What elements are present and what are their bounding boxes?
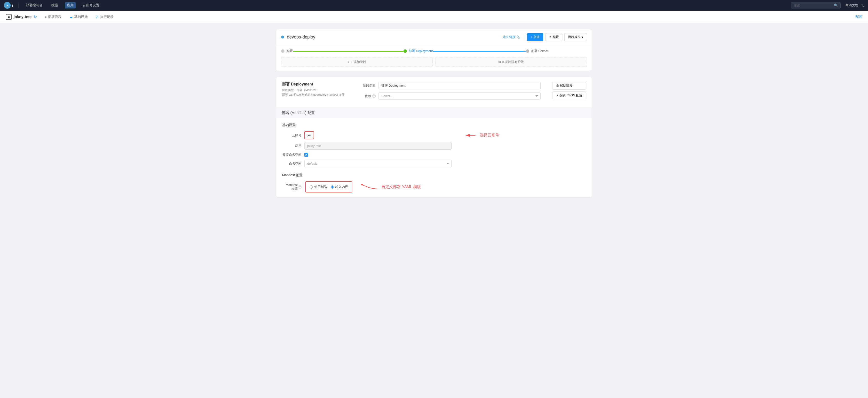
- plus-icon: +: [347, 60, 349, 64]
- sub-nav: ▣ jokey-test ↻ ≡ 部署流程 ☁ 基础设施 ☑ 执行记录 配置: [0, 11, 868, 23]
- nav-item-app[interactable]: 应用: [65, 2, 75, 8]
- exec-records-label: 执行记录: [100, 15, 114, 19]
- sub-nav-deploy-flow[interactable]: ≡ 部署流程: [44, 14, 62, 20]
- radio-product-option[interactable]: 使用制品: [310, 185, 327, 189]
- radio-product[interactable]: [310, 186, 313, 189]
- arrow-icon: [463, 132, 478, 138]
- manifest-source-row: Manifest 来源 ? 使用制品 输入内容: [282, 181, 586, 193]
- stage-name-input[interactable]: [378, 82, 540, 89]
- exec-records-icon: ☑: [95, 15, 99, 19]
- stage-name-label: 阶段名称: [356, 84, 376, 88]
- step-dot-service: [526, 49, 529, 53]
- stage-name-row: 阶段名称: [356, 82, 540, 89]
- manifest-body: 基础设置 云账号 joi: [276, 118, 592, 197]
- infrastructure-label: 基础设施: [74, 15, 88, 19]
- app-name: jokey-test: [13, 15, 32, 19]
- pipeline-status-icon: [281, 36, 284, 38]
- pipeline-header: devops-deploy 永久链接 📎 + 创建 ✦ 配置 流程操作 ▾: [276, 29, 592, 45]
- override-namespace-row: 覆盖命名空间: [282, 153, 452, 157]
- pipeline-steps: 配置 部署 Deployment 部署 Service: [276, 45, 592, 57]
- brand: ☁ j: [4, 2, 13, 9]
- step-node-config: 配置: [281, 49, 293, 53]
- step-segment-3: 部署 Service: [526, 49, 587, 53]
- nav-divider: |: [18, 3, 19, 8]
- manifest-annotation: 自定义部署 YAML 模版: [360, 183, 421, 191]
- depends-row: 依赖 ? Select...: [356, 92, 540, 100]
- manifest-annotation-text: 自定义部署 YAML 模版: [381, 185, 421, 190]
- step-segment-1: 配置: [281, 49, 403, 53]
- stage-actions: 🗑 移除阶段 ✦ 编辑 JSON 配置: [552, 82, 586, 99]
- app-label: 应用: [282, 144, 302, 148]
- manifest-source-label: Manifest 来源 ?: [282, 183, 302, 191]
- nav-right: 帮助文档 jc: [845, 3, 864, 7]
- brand-icon: ☁: [4, 2, 11, 9]
- stage-title: 部署 Deployment: [282, 82, 345, 87]
- radio-input-option[interactable]: 输入内容: [331, 185, 348, 189]
- add-stage-button[interactable]: + + 添加阶段: [281, 57, 433, 67]
- create-button[interactable]: + 创建: [527, 33, 543, 41]
- stage-config-header: 部署 Deployment 阶段类型：部署（Manifest） 部署 yaml/…: [276, 77, 592, 107]
- add-stage-row: + + 添加阶段 ⧉ ⧉ 复制现有阶段: [276, 57, 592, 71]
- search-input[interactable]: [794, 4, 832, 7]
- step-node-deployment: 部署 Deployment: [403, 49, 433, 53]
- app-icon: ▣: [6, 14, 12, 20]
- manifest-source-help-icon[interactable]: ?: [299, 185, 302, 189]
- step-label-service: 部署 Service: [531, 49, 549, 53]
- step-label-deployment: 部署 Deployment: [409, 49, 433, 53]
- process-button[interactable]: 流程操作 ▾: [564, 33, 587, 41]
- pipeline-title: devops-deploy: [287, 35, 315, 40]
- stage-form: 阶段名称 依赖 ? Select...: [356, 82, 540, 103]
- namespace-label: 命名空间: [282, 162, 302, 166]
- config-button[interactable]: ✦ 配置: [545, 33, 562, 41]
- search-icon: 🔍: [834, 3, 838, 7]
- nav-item-search[interactable]: 搜索: [50, 2, 60, 8]
- namespace-select[interactable]: default: [304, 160, 452, 167]
- connector-line-1: [293, 51, 403, 52]
- depends-help-icon[interactable]: ?: [372, 94, 376, 98]
- manifest-section-title: 部署 (Manifest) 配置: [282, 111, 315, 115]
- step-dot-config: [281, 49, 284, 53]
- cloud-annotation: 选择云账号: [463, 132, 499, 138]
- depends-label: 依赖 ?: [356, 94, 376, 98]
- manifest-config-title: Manifest 配置: [282, 173, 586, 177]
- copy-stage-label: ⧉ 复制现有阶段: [502, 60, 524, 64]
- sub-nav-exec-records[interactable]: ☑ 执行记录: [95, 14, 114, 20]
- nav-item-console[interactable]: 部署控制台: [24, 2, 44, 8]
- sub-nav-infrastructure[interactable]: ☁ 基础设施: [69, 14, 88, 20]
- edit-json-button[interactable]: ✦ 编辑 JSON 配置: [552, 92, 586, 99]
- stage-config-card: 部署 Deployment 阶段类型：部署（Manifest） 部署 yaml/…: [276, 77, 592, 198]
- deploy-flow-icon: ≡: [44, 15, 46, 19]
- manifest-source-box: 使用制品 输入内容: [305, 181, 352, 193]
- depends-select[interactable]: Select...: [378, 92, 540, 100]
- pipeline-card: devops-deploy 永久链接 📎 + 创建 ✦ 配置 流程操作 ▾ 配置: [276, 29, 592, 71]
- cloud-account-select[interactable]: joi: [304, 131, 314, 139]
- main-content: devops-deploy 永久链接 📎 + 创建 ✦ 配置 流程操作 ▾ 配置: [265, 23, 603, 203]
- override-namespace-checkbox[interactable]: [304, 153, 308, 157]
- manifest-section: 部署 (Manifest) 配置 基础设置 云账号 joi: [276, 107, 592, 197]
- step-segment-2: 部署 Deployment: [403, 49, 526, 53]
- config-link[interactable]: 配置: [856, 15, 862, 19]
- step-label-config: 配置: [286, 49, 293, 53]
- dropdown-icon: ▾: [582, 35, 583, 39]
- stage-type: 阶段类型：部署（Manifest）: [282, 88, 345, 93]
- namespace-row: 命名空间 default: [282, 160, 452, 167]
- remove-stage-button[interactable]: 🗑 移除阶段: [552, 82, 586, 90]
- refresh-icon[interactable]: ↻: [34, 14, 37, 19]
- radio-input[interactable]: [331, 186, 334, 189]
- override-namespace-label: 覆盖命名空间: [282, 153, 302, 157]
- help-link[interactable]: 帮助文档: [845, 3, 858, 7]
- add-stage-label: + 添加阶段: [351, 60, 366, 64]
- brand-label: j: [12, 3, 13, 7]
- nav-item-cloud[interactable]: 云账号设置: [81, 2, 101, 8]
- manifest-section-header: 部署 (Manifest) 配置: [276, 108, 592, 118]
- app-brand: ▣ jokey-test ↻: [6, 14, 37, 20]
- connector-line-2: [433, 51, 526, 52]
- search-box: 🔍: [791, 2, 841, 8]
- copy-stage-button[interactable]: ⧉ ⧉ 复制现有阶段: [435, 57, 587, 67]
- permanent-link[interactable]: 永久链接 📎: [503, 35, 520, 39]
- step-dot-deployment: [403, 49, 407, 53]
- manifest-config-subsection: Manifest 配置 Manifest 来源 ? 使用制品: [282, 173, 586, 193]
- basic-settings-title: 基础设置: [282, 123, 586, 127]
- user-label: jc: [862, 4, 864, 7]
- stage-info: 部署 Deployment 阶段类型：部署（Manifest） 部署 yaml/…: [282, 82, 345, 97]
